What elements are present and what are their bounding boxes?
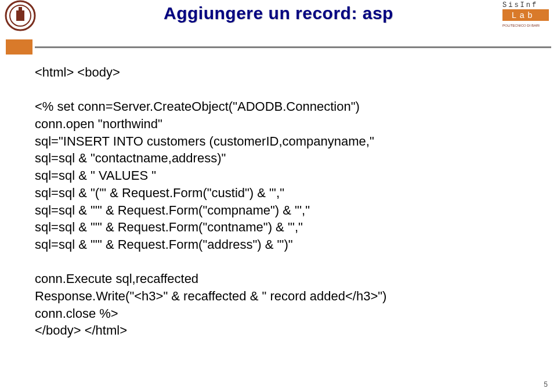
divider-accent-box (6, 39, 32, 55)
code-line: sql=sql & "('" & Request.Form("custid") … (35, 184, 534, 202)
page-number: 5 (544, 380, 548, 389)
sisinf-lab-logo: SisInf Lab POLITECNICO DI BARI (501, 0, 552, 31)
slide-title: Aggiungere un record: asp (0, 0, 557, 23)
code-line: </body> </html> (35, 322, 534, 339)
code-line: sql=sql & "contactname,address)" (35, 150, 534, 167)
divider-line (35, 46, 551, 48)
svg-rect-2 (16, 10, 24, 21)
code-line: sql=sql & "'" & Request.Form("contname")… (35, 219, 534, 236)
code-line: <html> <body> (35, 64, 534, 81)
code-line: conn.Execute sql,recaffected (35, 270, 534, 288)
code-line: Response.Write("<h3>" & recaffected & " … (35, 288, 534, 305)
code-line: conn.open "northwind" (35, 115, 534, 133)
slide-header: Aggiungere un record: asp SisInf Lab POL… (0, 0, 557, 41)
svg-rect-3 (19, 7, 22, 10)
code-line (35, 81, 534, 99)
code-line: sql=sql & "'" & Request.Form("address") … (35, 236, 534, 253)
code-line: sql="INSERT INTO customers (customerID,c… (35, 133, 534, 150)
code-line: <% set conn=Server.CreateObject("ADODB.C… (35, 98, 534, 115)
polytechnic-seal-logo (5, 0, 36, 31)
code-block: <html> <body> <% set conn=Server.CreateO… (35, 64, 534, 339)
code-line: sql=sql & " VALUES " (35, 167, 534, 184)
code-line (35, 253, 534, 271)
lab-text-mid: Lab (512, 10, 536, 20)
code-line: conn.close %> (35, 305, 534, 322)
code-line: sql=sql & "'" & Request.Form("compname")… (35, 202, 534, 219)
lab-text-top: SisInf (502, 1, 538, 9)
header-divider (0, 39, 557, 57)
lab-text-bottom: POLITECNICO DI BARI (502, 24, 540, 27)
